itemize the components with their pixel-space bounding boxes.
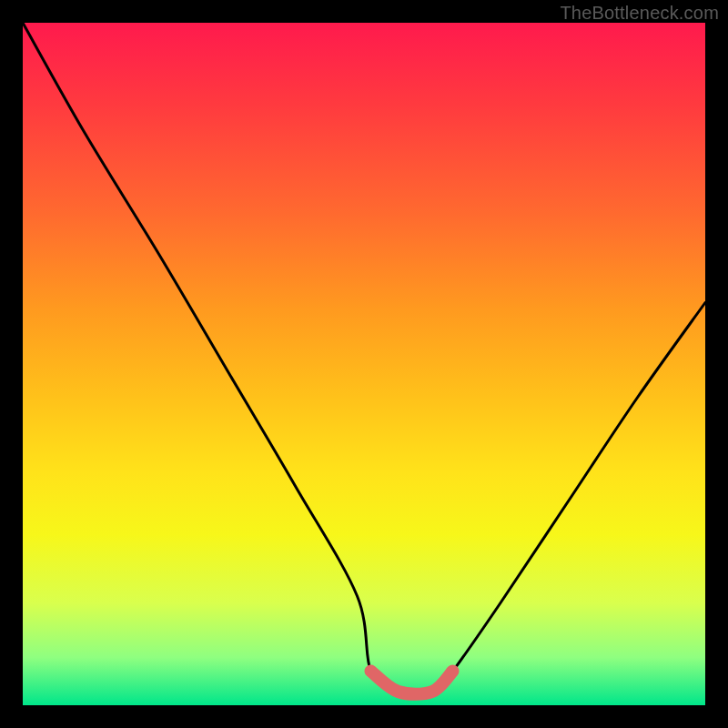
watermark-text: TheBottleneck.com [560,3,719,24]
bottleneck-curve [23,23,705,694]
chart-frame: TheBottleneck.com [0,0,728,728]
chart-curve-layer [23,23,705,705]
optimal-range-highlight [371,672,453,694]
